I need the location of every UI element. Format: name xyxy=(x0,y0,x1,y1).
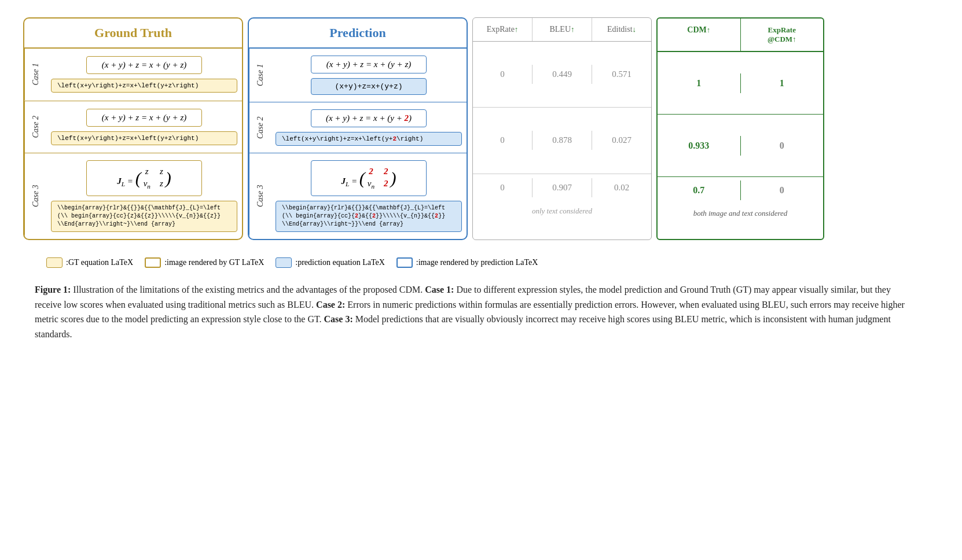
pred-case-2-label: Case 2 xyxy=(249,102,271,153)
pred-case2-latex: \left(x+y\right)+z=x+\left(y+2\right) xyxy=(276,132,462,146)
gt-case3-latex: \\begin{array}{rlr}&{{}}&{{\mathbf{J}_{L… xyxy=(51,201,237,232)
case1-editdist: 0.571 xyxy=(592,65,651,84)
gt-case3-image: JL = ( zz vnz ) xyxy=(86,160,202,196)
pred-case-3-label: Case 3 xyxy=(249,153,271,239)
gt-case-3-label: Case 3 xyxy=(24,153,46,239)
cdm-section: CDM ExpRate@CDM 1 1 0.933 0 xyxy=(656,17,824,240)
legend-item-1: :GT equation LaTeX xyxy=(46,257,133,268)
gt-case-1-label: Case 1 xyxy=(24,49,46,101)
cdm-case3-row: 0.7 0 both image and text considered xyxy=(658,176,823,239)
pred-case-1-content: (x + y) + z = x + (y + z) (x+y)+z=x+(y+z… xyxy=(271,49,467,102)
legend-box-gt-image xyxy=(145,257,161,268)
gt-case2-formula: (x + y) + z = x + (y + z) xyxy=(102,113,187,122)
legend-row: :GT equation LaTeX :image rendered by GT… xyxy=(23,252,939,271)
gt-case-3-content: JL = ( zz vnz ) \\beg xyxy=(46,153,242,239)
case1-bleu: 0.449 xyxy=(533,65,592,84)
case2-cdm: 0.933 xyxy=(658,136,741,156)
gt-column-header: Ground Truth xyxy=(24,19,242,49)
caption-case3-label: Case 3: xyxy=(324,314,353,324)
case1-exprate: 0 xyxy=(473,65,533,84)
figure-container: Ground Truth Case 1 (x + y) + z = x + (y… xyxy=(23,17,939,341)
legend-box-gt-latex xyxy=(46,257,63,268)
pred-case-2-row: Case 2 (x + y) + z = x + (y + 2) \left(x… xyxy=(249,102,467,153)
cdm-body: 1 1 0.933 0 0.7 0 both image and text co… xyxy=(658,52,823,239)
case2-bleu: 0.878 xyxy=(533,131,592,150)
legend-item-4: :image rendered by prediction LaTeX xyxy=(396,257,538,268)
cdm-header-exprate: ExpRate@CDM xyxy=(741,19,824,51)
pred-case-2-content: (x + y) + z = x + (y + 2) \left(x+y\righ… xyxy=(271,102,467,153)
metrics-note: only text considered xyxy=(473,202,651,240)
gt-case1-image: (x + y) + z = x + (y + z) xyxy=(86,56,202,74)
gt-case1-formula: (x + y) + z = x + (y + z) xyxy=(102,60,187,69)
gt-case-1-content: (x + y) + z = x + (y + z) \left(x+y\righ… xyxy=(46,49,242,101)
pred-column-header: Prediction xyxy=(249,19,467,49)
legend-item-3: :prediction equation LaTeX xyxy=(276,257,385,268)
prediction-column: Prediction Case 1 (x + y) + z = x + (y +… xyxy=(248,17,468,240)
caption-case2-label: Case 2: xyxy=(316,300,345,310)
legend-label-4: :image rendered by prediction LaTeX xyxy=(416,258,538,267)
case1-exprate-at-cdm: 1 xyxy=(741,73,824,93)
main-table: Ground Truth Case 1 (x + y) + z = x + (y… xyxy=(23,17,939,240)
figure-caption: Figure 1: Illustration of the limitation… xyxy=(23,282,920,341)
metrics-header: ExpRate BLEU Editdist xyxy=(473,18,651,42)
legend-box-pred-image xyxy=(396,257,413,268)
pred-case3-latex: \\begin{array}{rlr}&{{}}&{{\mathbf{J}_{L… xyxy=(276,201,462,232)
gt-case-2-label: Case 2 xyxy=(24,101,46,153)
metrics-case3-row: 0 0.907 0.02 only text considered xyxy=(473,174,651,240)
figure-number: Figure 1: xyxy=(35,285,71,294)
legend-label-1: :GT equation LaTeX xyxy=(66,258,133,267)
pred-case-1-label: Case 1 xyxy=(249,49,271,102)
gt-case1-latex: \left(x+y\right)+z=x+\left(y+z\right) xyxy=(51,79,237,93)
cdm-header-cdm: CDM xyxy=(658,19,741,51)
cdm-case2-row: 0.933 0 xyxy=(658,114,823,176)
case2-exprate: 0 xyxy=(473,131,533,150)
case2-editdist: 0.027 xyxy=(592,131,651,150)
exprate-header: ExpRate xyxy=(473,18,533,41)
metrics-section: ExpRate BLEU Editdist 0 0.449 0.571 xyxy=(472,17,652,240)
case1-cdm: 1 xyxy=(658,73,741,93)
metrics-body: 0 0.449 0.571 0 0.878 0.027 0 0.907 0.02 xyxy=(473,42,651,240)
case3-exprate-at-cdm: 0 xyxy=(741,180,824,200)
pred-case2-image: (x + y) + z = x + (y + 2) xyxy=(311,109,427,127)
gt-header-label: Ground Truth xyxy=(94,25,172,40)
case3-editdist: 0.02 xyxy=(592,178,651,197)
bleu-header: BLEU xyxy=(533,18,592,41)
gt-case3-matrix: JL = ( zz vnz ) xyxy=(117,176,171,186)
cdm-case1-row: 1 1 xyxy=(658,52,823,114)
legend-label-3: :prediction equation LaTeX xyxy=(295,258,385,267)
legend-box-pred-latex xyxy=(276,257,292,268)
caption-case1-label: Case 1: xyxy=(425,285,454,294)
case3-cdm: 0.7 xyxy=(658,180,741,200)
cdm-header: CDM ExpRate@CDM xyxy=(658,19,823,52)
case2-exprate-at-cdm: 0 xyxy=(741,136,824,156)
pred-case1-latex-rendered: (x+y)+z=x+(y+z) xyxy=(311,78,427,95)
gt-case-2-content: (x + y) + z = x + (y + z) \left(x+y\righ… xyxy=(46,101,242,153)
case3-bleu: 0.907 xyxy=(533,178,592,197)
metrics-case1-row: 0 0.449 0.571 xyxy=(473,42,651,107)
pred-case1-formula: (x + y) + z = x + (y + z) xyxy=(326,60,412,69)
pred-header-label: Prediction xyxy=(329,25,385,40)
case3-exprate: 0 xyxy=(473,178,533,197)
gt-case-3-row: Case 3 JL = ( zz vnz ) xyxy=(24,153,242,239)
editdist-header: Editdist xyxy=(592,18,651,41)
gt-case2-image: (x + y) + z = x + (y + z) xyxy=(86,109,202,127)
ground-truth-column: Ground Truth Case 1 (x + y) + z = x + (y… xyxy=(23,17,243,240)
pred-case2-formula: (x + y) + z = x + (y + 2) xyxy=(326,113,412,123)
legend-label-2: :image rendered by GT LaTeX xyxy=(164,258,264,267)
pred-case-1-row: Case 1 (x + y) + z = x + (y + z) (x+y)+z… xyxy=(249,49,467,102)
caption-intro: Illustration of the limitations of the e… xyxy=(73,285,425,294)
legend-item-2: :image rendered by GT LaTeX xyxy=(145,257,264,268)
gt-case-2-row: Case 2 (x + y) + z = x + (y + z) \left(x… xyxy=(24,101,242,153)
pred-case3-image: JL = ( 22 vn2 ) xyxy=(311,160,427,196)
cdm-note: both image and text considered xyxy=(658,204,823,240)
pred-case-3-content: JL = ( 22 vn2 ) \\beg xyxy=(271,153,467,239)
pred-case3-matrix: JL = ( 22 vn2 ) xyxy=(341,176,396,186)
gt-case-1-row: Case 1 (x + y) + z = x + (y + z) \left(x… xyxy=(24,49,242,101)
pred-case1-image: (x + y) + z = x + (y + z) xyxy=(311,56,427,73)
metrics-case2-row: 0 0.878 0.027 xyxy=(473,107,651,173)
pred-case-3-row: Case 3 JL = ( 22 vn2 ) xyxy=(249,153,467,239)
gt-case2-latex: \left(x+y\right)+z=x+\left(y+z\right) xyxy=(51,131,237,145)
